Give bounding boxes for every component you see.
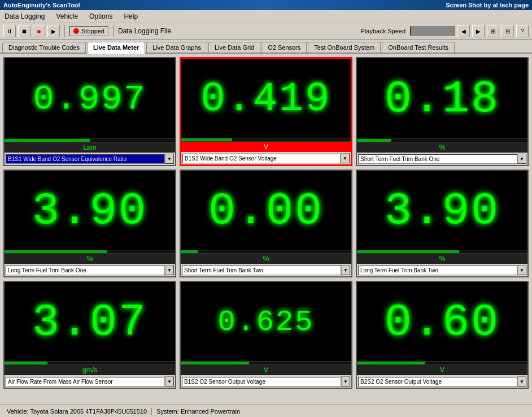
gauge-dropdown-3[interactable]: Short Term Fuel Trim Bank One [358, 154, 517, 164]
tb-icon-4[interactable]: ⊟ [502, 25, 514, 37]
gauge-dropdown-row-5: Short Term Fuel Trim Bank Two▼ [181, 264, 351, 276]
gauge-dropdown-arrow-8[interactable]: ▼ [341, 376, 350, 386]
stopped-label: Stopped [81, 28, 104, 34]
gauge-value-4: 3.90 [32, 189, 147, 234]
tab-o2-sensors[interactable]: O2 Sensors [261, 42, 307, 53]
status-bar: Vehicle: Toyota Solara 2005 4T1FA38P45U0… [0, 405, 532, 417]
gauge-progress-3 [357, 138, 527, 142]
gauge-dropdown-row-7: Air Flow Rate From Mass Air Flow Sensor▼ [5, 375, 175, 388]
gauge-unit-2: V [181, 141, 351, 152]
gauge-value-7: 3.07 [32, 300, 147, 345]
gauge-unit-3: % [357, 142, 527, 153]
toolbar-sep-1 [64, 25, 65, 37]
gauge-value-6: 3.90 [385, 189, 500, 234]
watermark: Screen Shot by al tech page [446, 2, 529, 8]
gauge-unit-8: V [181, 364, 351, 375]
stopped-indicator [73, 28, 79, 34]
gauge-value-3: 0.18 [385, 77, 500, 122]
tab-test-onboard[interactable]: Test OnBoard System [308, 42, 381, 53]
gauge-progress-6 [357, 250, 527, 253]
gauge-dropdown-arrow-5[interactable]: ▼ [341, 265, 350, 275]
title-bar: AutoEnginuity's ScanTool Screen Shot by … [0, 0, 532, 10]
gauge-value-5: 0.00 [208, 189, 324, 234]
status-vehicle: Vehicle: Toyota Solara 2005 4T1FA38P45U0… [2, 408, 152, 415]
play-button[interactable]: ▶ [47, 25, 60, 37]
gauge-dropdown-8[interactable]: B1S2 O2 Sensor Output Voltage [182, 377, 341, 386]
gauge-progress-1 [5, 138, 175, 142]
tab-live-data-graphs[interactable]: Live Data Graphs [146, 42, 207, 53]
gauge-panel-2: 0.419VB1S1 Wide Band O2 Sensor Voltage▼ [180, 57, 352, 166]
gauge-dropdown-6[interactable]: Long Term Fuel Trim Bank Two [358, 266, 517, 275]
gauge-value-1: 0.997 [33, 82, 146, 117]
gauge-display-4: 3.90 [5, 171, 175, 250]
gauge-display-3: 0.18 [357, 58, 527, 138]
gauge-display-2: 0.419 [181, 59, 351, 138]
gauge-value-2: 0.419 [200, 79, 331, 120]
stopped-badge: Stopped [69, 26, 108, 36]
gauge-panel-8: 0.625VB1S2 O2 Sensor Output Voltage▼ [180, 281, 352, 389]
tab-live-data-meter[interactable]: Live Data Meter [87, 42, 145, 54]
gauge-dropdown-1[interactable]: B1S1 Wide Band O2 Sensor Equivalence Rat… [6, 154, 165, 164]
gauge-panel-5: 0.00%Short Term Fuel Trim Bank Two▼ [180, 170, 352, 277]
pause-button[interactable]: ⏸ [3, 25, 16, 37]
gauge-progress-7 [5, 361, 175, 364]
menu-bar: Data Logging Vehicle Options Help [0, 10, 532, 23]
gauge-dropdown-arrow-9[interactable]: ▼ [517, 376, 526, 386]
gauge-display-8: 0.625 [181, 282, 351, 361]
gauge-dropdown-9[interactable]: B2S2 O2 Sensor Output Voltage [358, 377, 517, 386]
gauge-dropdown-row-3: Short Term Fuel Trim Bank One▼ [357, 153, 527, 165]
gauge-dropdown-row-4: Long Term Fuel Trim Bank One▼ [5, 264, 175, 276]
gauge-dropdown-row-6: Long Term Fuel Trim Bank Two▼ [357, 264, 527, 276]
stop-button[interactable]: ⏹ [18, 25, 30, 37]
gauge-unit-6: % [357, 253, 527, 264]
gauge-dropdown-arrow-2[interactable]: ▼ [341, 153, 350, 163]
gauge-dropdown-row-8: B1S2 O2 Sensor Output Voltage▼ [181, 375, 351, 388]
gauge-progress-2 [181, 138, 351, 141]
gauge-dropdown-arrow-1[interactable]: ▼ [165, 154, 174, 164]
tab-live-data-grid[interactable]: Live Data Grid [208, 42, 260, 53]
menu-vehicle[interactable]: Vehicle [54, 11, 80, 21]
gauge-dropdown-2[interactable]: B1S1 Wide Band O2 Sensor Voltage [182, 154, 341, 163]
gauge-dropdown-arrow-3[interactable]: ▼ [517, 154, 526, 164]
gauge-panel-4: 3.90%Long Term Fuel Trim Bank One▼ [3, 170, 176, 277]
gauge-dropdown-row-9: B2S2 O2 Sensor Output Voltage▼ [357, 375, 527, 388]
gauge-panel-3: 0.18%Short Term Fuel Trim Bank One▼ [356, 57, 529, 166]
gauge-grid: 0.997LamB1S1 Wide Band O2 Sensor Equival… [0, 54, 532, 392]
gauge-dropdown-arrow-7[interactable]: ▼ [165, 376, 174, 386]
gauge-value-9: 0.60 [385, 300, 500, 345]
status-system: System: Enhanced Powertrain [152, 408, 245, 415]
gauge-unit-4: % [5, 253, 175, 264]
gauge-dropdown-5[interactable]: Short Term Fuel Trim Bank Two [182, 266, 341, 275]
gauge-unit-1: Lam [5, 142, 175, 153]
gauge-panel-6: 3.90%Long Term Fuel Trim Bank Two▼ [356, 170, 529, 277]
tab-onboard-results[interactable]: OnBoard Test Results [382, 42, 455, 53]
gauge-display-1: 0.997 [5, 58, 175, 138]
gauge-dropdown-row-2: B1S1 Wide Band O2 Sensor Voltage▼ [181, 152, 351, 164]
toolbar-sep-2 [113, 25, 114, 37]
gauge-unit-5: % [181, 253, 351, 264]
tb-icon-1[interactable]: ◀ [457, 25, 470, 37]
tb-icon-2[interactable]: ▶ [472, 25, 485, 37]
gauge-dropdown-row-1: B1S1 Wide Band O2 Sensor Equivalence Rat… [5, 153, 175, 165]
gauge-display-6: 3.90 [357, 171, 527, 250]
tab-dtc[interactable]: Diagnostic Trouble Codes [2, 42, 86, 53]
gauge-dropdown-arrow-6[interactable]: ▼ [517, 265, 526, 275]
toolbar: ⏸ ⏹ ● ▶ Stopped Data Logging File Playba… [0, 23, 532, 40]
menu-options[interactable]: Options [87, 11, 115, 21]
tb-icon-3[interactable]: ⊞ [487, 25, 499, 37]
gauge-dropdown-7[interactable]: Air Flow Rate From Mass Air Flow Sensor [6, 377, 165, 386]
playback-speed-slider[interactable] [410, 27, 455, 36]
gauge-dropdown-4[interactable]: Long Term Fuel Trim Bank One [6, 266, 165, 275]
gauge-display-5: 0.00 [181, 171, 351, 250]
playback-speed-label: Playback Speed [361, 28, 406, 34]
menu-data-logging[interactable]: Data Logging [2, 11, 47, 21]
menu-help[interactable]: Help [121, 11, 140, 21]
gauge-dropdown-arrow-4[interactable]: ▼ [165, 265, 174, 275]
gauge-progress-9 [357, 361, 527, 364]
gauge-panel-1: 0.997LamB1S1 Wide Band O2 Sensor Equival… [3, 57, 176, 166]
data-logging-file-label: Data Logging File [118, 27, 171, 35]
gauge-display-9: 0.60 [357, 282, 527, 361]
record-button[interactable]: ● [33, 25, 45, 37]
tb-icon-5[interactable]: ? [516, 25, 529, 37]
gauge-panel-9: 0.60VB2S2 O2 Sensor Output Voltage▼ [356, 281, 529, 389]
